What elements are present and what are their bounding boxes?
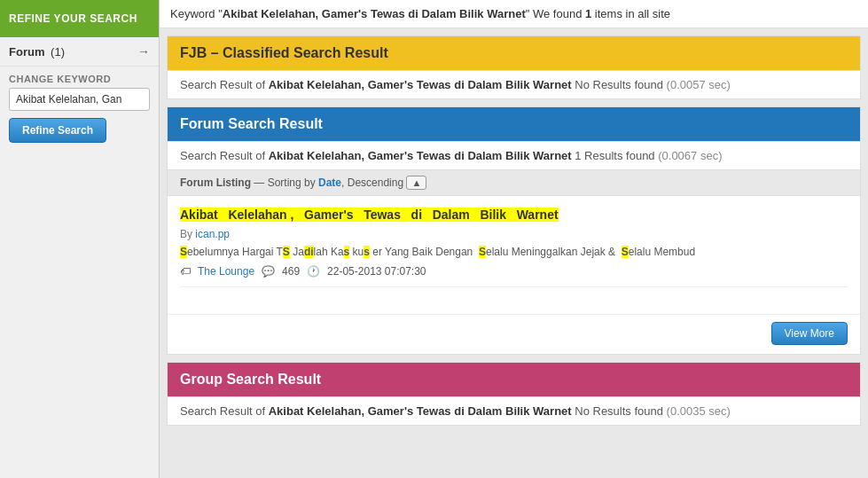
group-section-header: Group Search Result: [168, 363, 860, 396]
main-content: Keyword "Akibat Kelelahan, Gamer's Tewas…: [160, 0, 868, 478]
spacer: [168, 287, 860, 314]
forum-arrow-icon[interactable]: →: [137, 44, 150, 59]
sort-bar-label: Forum Listing — Sorting by Date, Descend…: [180, 176, 426, 190]
sort-by-date-link[interactable]: Date: [318, 176, 341, 189]
time-icon: 🕐: [307, 265, 320, 278]
keyword-input[interactable]: [9, 88, 150, 111]
forum-section: Forum Search Result Search Result of Aki…: [167, 106, 861, 355]
sort-arrow-toggle[interactable]: ▲: [406, 176, 426, 190]
keyword-bar: Keyword "Akibat Kelelahan, Gamer's Tewas…: [160, 0, 868, 28]
fjb-section: FJB – Classified Search Result Search Re…: [167, 35, 861, 99]
sidebar-header: REFINE YOUR SEARCH: [0, 0, 159, 37]
tag-icon: 🏷: [180, 265, 191, 278]
refine-search-button[interactable]: Refine Search: [9, 118, 106, 143]
group-section: Group Search Result Search Result of Aki…: [167, 362, 861, 426]
change-keyword-label: CHANGE KEYWORD: [0, 67, 159, 88]
result-meta: 🏷 The Lounge 💬 469 🕐 22-05-2013 07:07:30: [180, 265, 848, 278]
group-section-body: Search Result of Akibat Kelelahan, Gamer…: [168, 396, 860, 425]
view-more-row: View More: [168, 314, 860, 354]
fjb-section-header: FJB – Classified Search Result: [168, 36, 860, 70]
keyword-bar-prefix: Keyword "Akibat Kelelahan, Gamer's Tewas…: [170, 7, 670, 20]
reply-count: 469: [282, 265, 300, 278]
result-author-link[interactable]: ican.pp: [195, 228, 230, 240]
forum-section-header: Forum Search Result: [168, 107, 860, 141]
comment-icon: 💬: [262, 265, 275, 278]
sidebar: REFINE YOUR SEARCH Forum (1) → CHANGE KE…: [0, 0, 160, 478]
result-snippet: Sebelumnya Hargai TS Jadilah Kas kus er …: [180, 244, 848, 260]
category-link[interactable]: The Lounge: [198, 265, 254, 278]
forum-filter-label: Forum (1): [9, 45, 65, 59]
result-date: 22-05-2013 07:07:30: [327, 265, 426, 278]
result-author: By ican.pp: [180, 228, 848, 240]
sort-bar: Forum Listing — Sorting by Date, Descend…: [168, 169, 860, 196]
view-more-button[interactable]: View More: [771, 322, 848, 345]
result-title-row: Akibat Kelelahan , Gamer's Tewas di Dala…: [180, 205, 848, 224]
fjb-section-body: Search Result of Akibat Kelelahan, Gamer…: [168, 70, 860, 98]
forum-filter: Forum (1) →: [0, 37, 159, 67]
result-title: Akibat Kelelahan , Gamer's Tewas di Dala…: [180, 208, 559, 222]
forum-result-item: Akibat Kelelahan , Gamer's Tewas di Dala…: [168, 196, 860, 286]
forum-section-body: Search Result of Akibat Kelelahan, Gamer…: [168, 141, 860, 169]
